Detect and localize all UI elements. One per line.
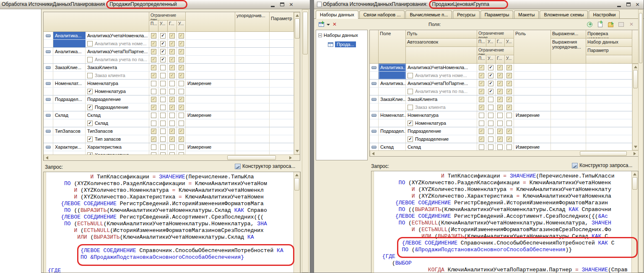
limit-checkbox[interactable] [151, 73, 156, 78]
query-constructor-link[interactable]: Конструктор запроса... [235, 163, 295, 169]
extra-cell[interactable] [586, 72, 632, 79]
extra-cell[interactable] [551, 103, 586, 111]
extra-cell[interactable] [586, 64, 632, 71]
delete-field-button[interactable] [628, 21, 635, 28]
group-collapse-cell[interactable] [370, 80, 379, 87]
limit-checkbox[interactable] [479, 81, 484, 86]
group-collapse-cell[interactable] [370, 95, 379, 103]
role-cell[interactable] [514, 80, 551, 87]
field-cell[interactable]: ЗаказКлие... [379, 95, 406, 103]
role-cell[interactable]: Измерение [186, 111, 235, 119]
column-header-cb[interactable]: У... [158, 21, 168, 32]
extra-cell[interactable] [551, 111, 586, 119]
column-header-cb[interactable]: У... [486, 55, 496, 64]
limit-checkbox[interactable] [169, 65, 175, 70]
extra-cell[interactable] [235, 88, 270, 95]
extra-cell[interactable] [586, 80, 632, 87]
field-cell[interactable] [53, 88, 86, 95]
extra-cell[interactable] [586, 95, 632, 103]
path-cell[interactable]: Подразделение [406, 127, 477, 135]
limit-checkbox[interactable] [179, 121, 184, 126]
limit-checkbox[interactable] [479, 136, 484, 142]
tab-наборы-данных[interactable]: Наборы данных [316, 10, 358, 19]
limit-checkbox[interactable] [151, 65, 156, 70]
maximize-button[interactable] [625, 1, 632, 8]
limit-checkbox[interactable] [479, 65, 484, 70]
limit-checkbox[interactable] [151, 97, 156, 102]
add-table-button[interactable] [617, 21, 625, 28]
group-collapse-cell[interactable] [370, 127, 379, 135]
table-row[interactable]: Характери...ХарактеристикаИзмерение [44, 143, 294, 151]
extra-cell[interactable] [270, 80, 294, 87]
group-collapse-cell[interactable] [370, 111, 379, 119]
limit-checkbox[interactable] [497, 65, 503, 70]
limit-checkbox[interactable] [506, 144, 512, 150]
tree-item-dataset[interactable]: Прода... [328, 41, 356, 47]
field-cell[interactable] [53, 151, 86, 155]
limit-checkbox[interactable] [479, 129, 484, 134]
role-cell[interactable] [186, 127, 235, 135]
extra-cell[interactable] [551, 135, 586, 143]
extra-cell[interactable] [551, 143, 586, 150]
limit-checkbox[interactable] [497, 144, 503, 150]
tree-item-datasets-root[interactable]: Наборы данных [318, 33, 358, 38]
left-form-vscrollbar[interactable] [302, 9, 309, 273]
role-cell[interactable] [514, 64, 551, 71]
extra-cell[interactable] [270, 48, 294, 55]
limit-checkbox[interactable] [179, 136, 184, 142]
limit-checkbox[interactable] [506, 97, 512, 102]
extra-cell[interactable] [235, 80, 270, 87]
limit-checkbox[interactable] [506, 65, 512, 70]
limit-checkbox[interactable] [488, 136, 493, 142]
table-row[interactable]: Аналитика учета номе... [370, 72, 632, 80]
path-checkbox[interactable] [87, 57, 93, 62]
role-cell[interactable] [186, 48, 235, 55]
table-row[interactable]: ТипЗапасовТипЗапасов [44, 127, 294, 135]
limit-checkbox[interactable] [151, 136, 156, 142]
field-cell[interactable] [53, 40, 86, 47]
table-row[interactable]: Аналитика...АналитикаУчетаПоПартне... [44, 48, 294, 56]
field-cell[interactable] [53, 135, 86, 143]
field-cell[interactable] [379, 119, 406, 127]
column-header-cb[interactable]: У... [486, 39, 496, 47]
field-cell[interactable] [53, 56, 86, 63]
field-cell[interactable]: Подраздел... [53, 95, 86, 103]
extra-cell[interactable] [270, 111, 294, 119]
limit-checkbox[interactable] [160, 57, 166, 62]
table-row[interactable]: Аналитика...АналитикаУчетаПоПартне... [370, 80, 632, 88]
extra-cell[interactable] [270, 72, 294, 79]
table-row[interactable]: ЗаказКлие...ЗаказКлиента [44, 64, 294, 72]
column-header-cb[interactable]: Г... [496, 55, 505, 64]
limit-checkbox[interactable] [179, 33, 184, 39]
field-cell[interactable]: Аналитика... [53, 48, 86, 55]
extra-cell[interactable] [586, 127, 632, 135]
path-checkbox[interactable] [87, 41, 93, 46]
limit-checkbox[interactable] [497, 89, 503, 94]
limit-checkbox[interactable] [151, 57, 156, 62]
limit-checkbox[interactable] [479, 144, 484, 150]
column-header-cb[interactable]: Г... [168, 21, 177, 32]
group-collapse-cell[interactable] [44, 127, 53, 135]
limit-checkbox[interactable] [151, 33, 156, 39]
limit-checkbox[interactable] [160, 129, 166, 134]
limit-checkbox[interactable] [497, 73, 503, 78]
limit-checkbox[interactable] [169, 41, 175, 46]
extra-cell[interactable] [586, 111, 632, 119]
column-header-role[interactable]: Роль [514, 30, 551, 64]
field-cell[interactable]: Склад [379, 143, 406, 150]
column-header-cb[interactable]: Г... [496, 39, 505, 47]
extra-cell[interactable] [551, 88, 586, 95]
extra-cell[interactable] [270, 127, 294, 135]
limit-checkbox[interactable] [506, 121, 512, 126]
table-row[interactable]: Аналитика учета номе... [44, 40, 294, 48]
field-cell[interactable] [379, 135, 406, 143]
field-cell[interactable]: Номенклат... [379, 111, 406, 119]
limit-checkbox[interactable] [151, 81, 156, 86]
role-cell[interactable] [186, 95, 235, 103]
limit-checkbox[interactable] [497, 105, 503, 110]
path-checkbox[interactable] [87, 73, 93, 78]
field-cell[interactable]: Аналитика... [379, 64, 406, 71]
table-row[interactable]: Склад [44, 119, 294, 127]
limit-checkbox[interactable] [151, 144, 156, 150]
table-row[interactable]: ЗаказКлие...ЗаказКлиента [370, 95, 632, 103]
